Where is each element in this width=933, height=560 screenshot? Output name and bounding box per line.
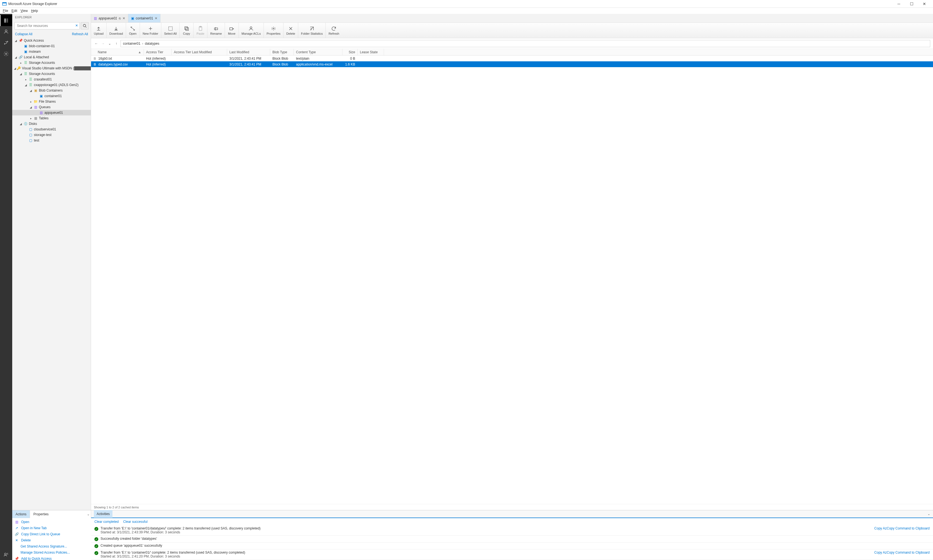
close-button[interactable]: ✕ (918, 0, 931, 8)
refresh-all-link[interactable]: Refresh All (72, 32, 88, 36)
nav-back-icon[interactable]: ← (94, 41, 99, 46)
storage-icon: ☰ (23, 72, 28, 76)
action-add-quick-access[interactable]: 📌Add to Quick Access (12, 555, 91, 560)
col-blob-type[interactable]: Blob Type (270, 49, 294, 55)
menu-file[interactable]: File (1, 9, 10, 13)
tree-disk-item[interactable]: ▢ test (12, 138, 91, 143)
tree-qa-item[interactable]: ▣ blob-container-01 (12, 43, 91, 49)
tool-new-folder[interactable]: New Folder (140, 23, 161, 38)
search-button[interactable] (81, 22, 89, 29)
col-lease[interactable]: Lease State (358, 49, 384, 55)
open-icon: ↗ (14, 526, 19, 530)
tree-appqueue01[interactable]: ▥ appqueue01 (12, 110, 91, 115)
menu-edit[interactable]: Edit (10, 9, 19, 13)
tree-disk-item[interactable]: ▢ storage-test (12, 132, 91, 138)
action-open[interactable]: ▥Open (12, 519, 91, 525)
nav-forward-icon[interactable]: → (100, 41, 105, 46)
tool-upload[interactable]: Upload (91, 23, 106, 38)
tree-disk-item[interactable]: ▢ cloudservice01 (12, 126, 91, 132)
activity-connect[interactable] (0, 37, 12, 48)
nav-up-icon[interactable]: ↑ (114, 41, 119, 46)
tool-manage-acls[interactable]: Manage ACLs (239, 23, 264, 38)
close-icon[interactable]: ✕ (155, 16, 157, 20)
tree-container01[interactable]: ▣ container01 (12, 93, 91, 99)
clear-successful-link[interactable]: Clear successful (123, 520, 148, 524)
col-size[interactable]: Size (342, 49, 358, 55)
action-delete[interactable]: ✕Delete (12, 537, 91, 543)
tree-quick-access[interactable]: ◢📌 Quick Access (12, 38, 91, 43)
grid-row[interactable]: 🗎16gb0.txt Hot (inferred) 3/1/2021, 2:43… (91, 55, 933, 62)
activity-explorer[interactable] (0, 15, 12, 26)
editor-tab-container01[interactable]: ▣ container01 ✕ (128, 14, 161, 23)
col-tier-modified[interactable]: Access Tier Last Modified (171, 49, 227, 55)
cell-tier: Hot (inferred) (144, 57, 171, 60)
menu-view[interactable]: View (19, 9, 29, 13)
tool-delete[interactable]: Delete (284, 23, 298, 38)
tool-refresh[interactable]: Refresh (326, 23, 342, 38)
action-label: Copy Direct Link to Queue (21, 532, 60, 536)
tree-label: Disks (29, 122, 37, 126)
clear-completed-link[interactable]: Clear completed (94, 520, 119, 524)
activity-account[interactable] (0, 26, 12, 37)
chevron-down-icon[interactable]: ⌄ (927, 512, 930, 516)
close-icon[interactable]: ✕ (122, 16, 125, 20)
tree-storage-accounts-la[interactable]: ▸☰ Storage Accounts (12, 60, 91, 66)
chevron-down-icon[interactable]: ⌄ (87, 512, 90, 516)
tree-queues[interactable]: ◢▥ Queues (12, 105, 91, 110)
tree-label: Quick Access (24, 38, 44, 43)
col-access-tier[interactable]: Access Tier (144, 49, 171, 55)
tree-label: craxaltest01 (34, 77, 52, 81)
cell-size: 0 B (342, 57, 358, 60)
tree-subscription[interactable]: ◢🔑 Visual Studio Ultimate with MSDN (███… (12, 66, 91, 71)
grid-row[interactable]: 🗎datatypes.typed.csv Hot (inferred) 3/1/… (91, 62, 933, 67)
tool-move[interactable]: Move (225, 23, 239, 38)
maximize-button[interactable]: ☐ (905, 0, 918, 8)
tree-sa-cxappstorage01[interactable]: ◢☰ cxappstorage01 (ADLS Gen2) (12, 82, 91, 88)
tree-storage-accounts[interactable]: ◢☰ Storage Accounts (12, 71, 91, 77)
breadcrumb-part[interactable]: datatypes (145, 42, 159, 46)
tree-local-attached[interactable]: ◢🔗 Local & Attached (12, 54, 91, 60)
breadcrumb[interactable]: container01 › datatypes (120, 40, 930, 47)
tool-download[interactable]: Download (106, 23, 126, 38)
collapse-all-link[interactable]: Collapse All (15, 32, 32, 36)
action-manage-policies[interactable]: Manage Stored Access Policies... (12, 549, 91, 555)
tool-copy[interactable]: Copy (180, 23, 194, 38)
col-modified[interactable]: Last Modified (227, 49, 270, 55)
tree-disks[interactable]: ◢💿 Disks (12, 121, 91, 126)
minimize-button[interactable]: ─ (893, 0, 905, 8)
col-name[interactable]: Name▲ (91, 49, 144, 55)
nav-recent-icon[interactable]: ⌄ (107, 41, 112, 46)
tree-blob-containers[interactable]: ◢▣ Blob Containers (12, 88, 91, 93)
tool-select-all[interactable]: Select All (161, 23, 180, 38)
table-icon: ▦ (33, 116, 38, 120)
breadcrumb-part[interactable]: container01 (123, 42, 140, 46)
tree-file-shares[interactable]: ▸📁 File Shares (12, 99, 91, 105)
menu-help[interactable]: Help (29, 9, 40, 13)
tool-rename[interactable]: Rename (207, 23, 225, 38)
activity-settings[interactable] (0, 48, 12, 59)
action-open-new-tab[interactable]: ↗Open in New Tab (12, 525, 91, 531)
tab-activities[interactable]: Activities (94, 510, 113, 518)
search-input[interactable] (14, 22, 80, 29)
tool-label: Open (129, 32, 137, 35)
editor-tabs: ▥ appqueue01 ⎋ ✕ ▣ container01 ✕ (91, 14, 933, 23)
action-get-sas[interactable]: Get Shared Access Signature... (12, 543, 91, 549)
tool-open[interactable]: Open (126, 23, 140, 38)
activity-feedback[interactable] (0, 549, 12, 560)
tab-actions[interactable]: Actions (12, 510, 30, 518)
cell-content-type: text/plain (294, 57, 342, 60)
toolbar: Upload Download Open New Folder Select A… (91, 23, 933, 38)
clear-search-icon[interactable]: ✕ (75, 24, 78, 28)
tool-folder-stats[interactable]: ΣFolder Statistics (298, 23, 326, 38)
tool-properties[interactable]: Properties (264, 23, 284, 38)
tree-qa-item[interactable]: ▣ msteam (12, 49, 91, 54)
col-content-type[interactable]: Content Type (294, 49, 342, 55)
action-copy-link[interactable]: 🔗Copy Direct Link to Queue (12, 531, 91, 537)
copy-azcopy-link[interactable]: Copy AzCopy Command to Clipboard (874, 551, 930, 554)
copy-azcopy-link[interactable]: Copy AzCopy Command to Clipboard (874, 526, 930, 530)
tree-sa-craxaltest01[interactable]: ▸☰ craxaltest01 (12, 77, 91, 82)
editor-tab-appqueue01[interactable]: ▥ appqueue01 ⎋ ✕ (91, 14, 128, 23)
tab-properties[interactable]: Properties ⌄ (30, 510, 91, 518)
tree-tables[interactable]: ▸▦ Tables (12, 115, 91, 121)
cell-content-type: application/vnd.ms-excel (294, 62, 342, 66)
